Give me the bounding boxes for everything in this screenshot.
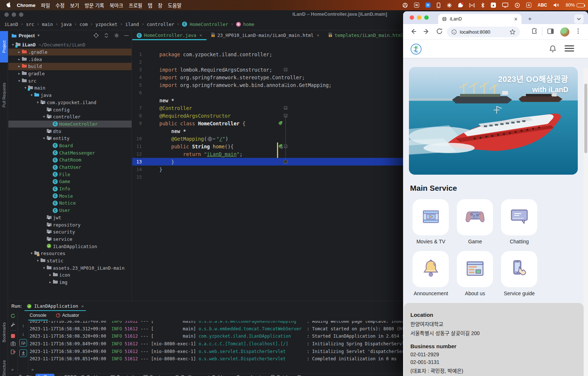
up-stack-icon[interactable]: ↑ <box>22 323 24 328</box>
keynote-icon[interactable]: ▲ <box>491 2 496 8</box>
breadcrumb-item[interactable]: yzpocket <box>95 22 117 27</box>
toolwindow-button-todo[interactable]: TODO <box>55 374 79 376</box>
chevron-down-icon[interactable]: ▼ <box>11 43 15 46</box>
d-badge-icon[interactable]: D <box>425 2 430 8</box>
chevron-right-icon[interactable]: ▶ <box>17 50 22 54</box>
abc-icon[interactable]: ABC <box>538 2 547 8</box>
bluetooth-icon[interactable] <box>481 2 485 8</box>
menubar-item[interactable]: 프로필 <box>129 1 142 9</box>
input-a-icon[interactable]: A <box>526 2 531 8</box>
fold-marker-icon[interactable] <box>284 106 287 110</box>
toolwindow-button-dependencies[interactable]: Dependencies <box>228 374 268 376</box>
settings-gear-icon[interactable] <box>114 33 119 38</box>
breadcrumb-item[interactable]: java <box>61 22 72 27</box>
exit-icon[interactable] <box>11 349 16 354</box>
tree-item-.idea[interactable]: ▶.idea <box>8 56 132 63</box>
toolwindow-button-problems[interactable]: Problems <box>78 374 108 376</box>
stripe-tab-project[interactable]: Project <box>0 31 8 62</box>
ide-close-button[interactable] <box>4 12 9 17</box>
chrome-zoom-button[interactable] <box>424 15 429 20</box>
browser-tab[interactable]: iLanD ✕ <box>438 14 521 24</box>
ide-minimize-button[interactable] <box>12 12 16 17</box>
tree-item-dto[interactable]: dto <box>8 128 132 135</box>
toolwindow-button-build[interactable]: Build <box>203 374 225 376</box>
tree-item-Game[interactable]: CGame <box>8 178 132 185</box>
forward-ic[interactable] <box>423 28 430 35</box>
close-tab-icon[interactable]: ✕ <box>200 33 202 38</box>
breadcrumb-item[interactable]: main <box>42 22 53 27</box>
settings-wrench-icon[interactable] <box>11 322 16 327</box>
chevron-right-icon[interactable]: ▶ <box>17 58 22 61</box>
menubar-item[interactable]: 파일 <box>41 1 50 9</box>
phone-icon[interactable] <box>437 2 440 8</box>
menubar-item[interactable]: 탭 <box>148 1 152 9</box>
fan-icon[interactable] <box>447 2 452 8</box>
down-stack-icon[interactable]: ↓ <box>22 331 24 337</box>
tree-item-build[interactable]: ▶build <box>8 63 132 70</box>
toolwindow-button-database-changes[interactable]: Database Changes <box>268 374 317 376</box>
fold-marker-icon[interactable] <box>284 145 287 148</box>
tree-item-repository[interactable]: repository <box>8 221 132 228</box>
editor-tab[interactable]: CHomeController.java✕ <box>132 30 206 40</box>
tree-item-ILanDApplication[interactable]: ILanDApplication <box>8 243 132 250</box>
address-bar[interactable]: localhost:8080 <box>447 27 520 37</box>
tab-search-chevron-icon[interactable] <box>574 14 584 24</box>
toolwindow-button-terminal[interactable]: Terminal <box>108 374 136 376</box>
code-vision-hint[interactable]: new * <box>159 98 174 103</box>
kebab-menu-icon[interactable] <box>575 28 581 34</box>
tree-item-com.yzpocket.iland[interactable]: ▼com.yzpocket.iland <box>8 99 132 106</box>
stripe-tab-pull-requests[interactable]: Pull Requests <box>0 71 8 119</box>
menubar-item[interactable]: 창 <box>158 1 162 9</box>
chevron-down-icon[interactable]: ▼ <box>42 266 46 270</box>
tree-item-.gradle[interactable]: ▶.gradle <box>8 49 132 56</box>
tree-item-ChatRoom[interactable]: CChatRoom <box>8 156 132 164</box>
thread-dump-icon[interactable] <box>11 341 16 346</box>
chevron-down-icon[interactable]: ▼ <box>35 101 40 104</box>
breadcrumb-item[interactable]: src <box>26 22 34 27</box>
breadcrumb-item[interactable]: iland <box>125 22 139 27</box>
notification-bell-icon[interactable] <box>548 45 557 54</box>
run-tab[interactable]: ILanDApplication ✕ <box>24 301 86 311</box>
toolwindow-button-git[interactable]: Git <box>16 374 34 376</box>
locate-file-icon[interactable] <box>94 33 99 38</box>
stop-icon[interactable] <box>11 334 15 338</box>
avatar[interactable] <box>560 27 569 37</box>
service-card-game[interactable] <box>457 199 493 235</box>
scroll-to-end-icon[interactable] <box>19 349 27 357</box>
side-panel-icon[interactable] <box>547 28 554 35</box>
chevron-down-icon[interactable]: ▼ <box>42 115 46 118</box>
editor-tab[interactable]: Htemplates/iLanD_main.html✕ <box>324 30 414 40</box>
stripe-tab-bookmarks[interactable]: Bookmarks <box>0 315 8 349</box>
url-mapping-icon[interactable] <box>208 137 216 141</box>
chevron-down-icon[interactable]: ▼ <box>35 259 40 262</box>
service-card-about-us[interactable] <box>457 251 493 287</box>
new-tab-button[interactable]: + <box>526 15 534 23</box>
service-card-announcement[interactable] <box>413 251 449 287</box>
page-scrollbar[interactable] <box>584 68 588 376</box>
chevron-right-icon[interactable]: ▶ <box>17 65 22 68</box>
menubar-item[interactable]: 북마크 <box>110 1 123 9</box>
close-tab-icon[interactable]: ✕ <box>514 16 518 22</box>
stripe-tab-structure[interactable]: Structure <box>0 353 8 376</box>
tree-item-ChatMessenger[interactable]: CChatMessenger <box>8 149 132 156</box>
tree-item-iLanD[interactable]: ▼iLanD~/Documents/iLanD <box>8 41 132 49</box>
tree-item-entity[interactable]: ▼entity <box>8 135 132 142</box>
tree-item-HomeController[interactable]: CHomeController <box>8 121 132 128</box>
tree-item-Notice[interactable]: CNotice <box>8 200 132 207</box>
toolwindow-button-services[interactable]: Services <box>141 374 169 376</box>
hide-panel-icon[interactable]: — <box>124 33 129 38</box>
tree-item-gradle[interactable]: ▶gradle <box>8 70 132 77</box>
tree-item-assets.23_HP010_iLanD-main[interactable]: ▼assets.23_HP010_iLanD-main <box>8 264 132 271</box>
tree-item-jwt[interactable]: jwt <box>8 214 132 221</box>
tree-item-main[interactable]: ▼main <box>8 84 132 92</box>
editor-tab[interactable]: H23_HP010_iLanD-main/iLanD_main.html✕ <box>206 30 324 40</box>
project-panel-title[interactable]: Project <box>19 33 35 38</box>
soft-wrap-icon[interactable] <box>19 339 27 347</box>
extensions-icon[interactable] <box>531 28 538 35</box>
more-icon[interactable]: » <box>31 367 33 372</box>
iland-logo[interactable] <box>410 43 422 55</box>
breadcrumb-item[interactable]: com <box>79 22 88 27</box>
hamburger-menu-icon[interactable] <box>565 45 574 46</box>
fold-marker-icon[interactable] <box>284 114 287 117</box>
tree-item-service[interactable]: service <box>8 236 132 243</box>
